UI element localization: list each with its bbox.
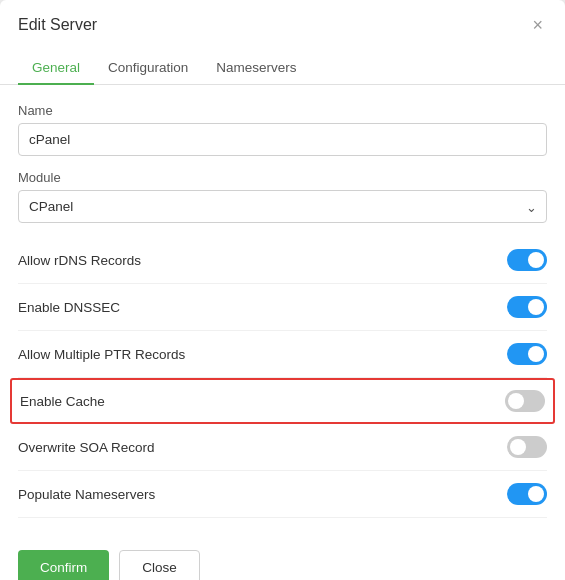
dialog-footer: Confirm Close — [0, 536, 565, 580]
toggle-track-4[interactable] — [507, 436, 547, 458]
module-label: Module — [18, 170, 547, 185]
tab-configuration[interactable]: Configuration — [94, 52, 202, 85]
toggle-switch-5[interactable] — [507, 483, 547, 505]
dialog-header: Edit Server × — [0, 0, 565, 36]
tab-general[interactable]: General — [18, 52, 94, 85]
toggle-row-0: Allow rDNS Records — [18, 237, 547, 284]
tab-nameservers[interactable]: Nameservers — [202, 52, 310, 85]
toggle-switch-4[interactable] — [507, 436, 547, 458]
name-input[interactable] — [18, 123, 547, 156]
toggle-track-1[interactable] — [507, 296, 547, 318]
toggle-track-0[interactable] — [507, 249, 547, 271]
toggle-label-4: Overwrite SOA Record — [18, 440, 155, 455]
toggle-row-1: Enable DNSSEC — [18, 284, 547, 331]
dialog-title: Edit Server — [18, 16, 97, 34]
module-select[interactable]: CPanel — [18, 190, 547, 223]
toggle-switch-3[interactable] — [505, 390, 545, 412]
edit-server-dialog: Edit Server × General Configuration Name… — [0, 0, 565, 580]
toggle-switch-2[interactable] — [507, 343, 547, 365]
dialog-body: Name Module CPanel ⌄ Allow rDNS RecordsE… — [0, 85, 565, 536]
toggle-track-3[interactable] — [505, 390, 545, 412]
toggle-label-2: Allow Multiple PTR Records — [18, 347, 185, 362]
module-select-wrapper: CPanel ⌄ — [18, 190, 547, 223]
module-field-group: Module CPanel ⌄ — [18, 170, 547, 223]
toggle-label-5: Populate Nameservers — [18, 487, 155, 502]
toggle-row-5: Populate Nameservers — [18, 471, 547, 518]
tab-bar: General Configuration Nameservers — [0, 42, 565, 85]
name-field-group: Name — [18, 103, 547, 156]
toggle-track-5[interactable] — [507, 483, 547, 505]
dialog-close-button[interactable]: × — [528, 14, 547, 36]
toggle-label-3: Enable Cache — [20, 394, 105, 409]
toggle-track-2[interactable] — [507, 343, 547, 365]
toggle-row-3: Enable Cache — [10, 378, 555, 424]
toggle-switch-0[interactable] — [507, 249, 547, 271]
confirm-button[interactable]: Confirm — [18, 550, 109, 580]
toggle-label-1: Enable DNSSEC — [18, 300, 120, 315]
toggle-row-2: Allow Multiple PTR Records — [18, 331, 547, 378]
name-label: Name — [18, 103, 547, 118]
toggle-row-4: Overwrite SOA Record — [18, 424, 547, 471]
toggle-switch-1[interactable] — [507, 296, 547, 318]
toggle-label-0: Allow rDNS Records — [18, 253, 141, 268]
close-button[interactable]: Close — [119, 550, 200, 580]
toggles-container: Allow rDNS RecordsEnable DNSSECAllow Mul… — [18, 237, 547, 518]
